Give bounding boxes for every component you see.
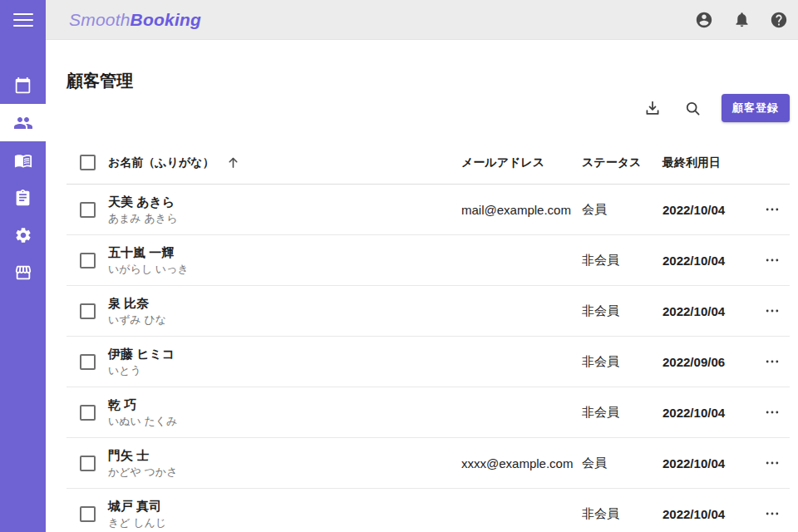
table-row: 伊藤 ヒミコ いとう 非会員 2022/09/06: [66, 337, 790, 387]
customer-last-used-date: 2022/10/04: [663, 203, 754, 217]
row-checkbox[interactable]: [80, 405, 96, 421]
customer-name: 門矢 士: [108, 447, 461, 464]
account-icon[interactable]: [692, 7, 717, 32]
customer-name: 天美 あきら: [108, 194, 461, 210]
customer-table: お名前（ふりがな） メールアドレス ステータス 最終利用日 天美 あきら あまみ…: [66, 141, 790, 532]
download-icon[interactable]: [638, 94, 667, 122]
page-title: 顧客管理: [66, 70, 133, 92]
search-icon[interactable]: [678, 94, 707, 122]
customer-last-used-date: 2022/10/04: [663, 406, 754, 420]
customer-furigana: いぬい たくみ: [108, 414, 461, 429]
select-all-checkbox[interactable]: [80, 155, 96, 170]
customer-status-badge: 非会員: [582, 303, 663, 319]
customer-status-badge: 非会員: [582, 253, 663, 268]
table-row: 泉 比奈 いずみ ひな 非会員 2022/10/04: [66, 286, 790, 337]
row-more-options-icon[interactable]: [760, 197, 785, 222]
customer-status-badge: 会員: [582, 456, 663, 471]
sort-ascending-icon[interactable]: [226, 155, 240, 170]
row-checkbox[interactable]: [80, 253, 96, 268]
customer-last-used-date: 2022/10/04: [663, 456, 754, 470]
toolbar: 顧客登録: [638, 93, 790, 123]
sidebar-item-customers[interactable]: [0, 104, 46, 141]
sidebar-item-calendar[interactable]: [0, 66, 46, 104]
row-more-options-icon[interactable]: [760, 501, 785, 526]
customer-email: mail@example.com: [461, 203, 582, 217]
column-header-status[interactable]: ステータス: [582, 155, 663, 170]
sidebar-item-tasks[interactable]: [0, 179, 46, 216]
customer-status-badge: 非会員: [582, 405, 663, 421]
menu-icon[interactable]: [0, 0, 46, 40]
app-window: SmoothBooking: [0, 0, 798, 532]
row-checkbox[interactable]: [80, 354, 96, 370]
row-checkbox[interactable]: [80, 506, 96, 522]
logo-text-bold: Booking: [131, 10, 201, 29]
table-header-row: お名前（ふりがな） メールアドレス ステータス 最終利用日: [66, 141, 790, 185]
register-customer-button[interactable]: 顧客登録: [722, 94, 790, 122]
customer-name: 泉 比奈: [108, 295, 461, 312]
customer-furigana: いずみ ひな: [108, 313, 461, 328]
sidebar-item-settings[interactable]: [0, 216, 46, 254]
row-more-options-icon[interactable]: [760, 298, 785, 323]
customer-furigana: いがらし いっき: [108, 262, 461, 277]
table-row: 五十嵐 一輝 いがらし いっき 非会員 2022/10/04: [66, 235, 790, 286]
table-row: 城戸 真司 きど しんじ 非会員 2022/10/04: [66, 489, 790, 532]
row-more-options-icon[interactable]: [760, 349, 785, 374]
calendar-icon: [14, 76, 32, 94]
row-checkbox[interactable]: [80, 202, 96, 218]
book-icon: [14, 151, 32, 170]
customer-furigana: いとう: [108, 363, 461, 378]
customer-status-badge: 非会員: [582, 354, 663, 370]
column-header-last-used[interactable]: 最終利用日: [663, 155, 754, 170]
customer-last-used-date: 2022/10/04: [663, 304, 754, 318]
row-more-options-icon[interactable]: [760, 451, 785, 475]
row-checkbox[interactable]: [80, 456, 96, 471]
table-row: 天美 あきら あまみ あきら mail@example.com 会員 2022/…: [66, 185, 790, 235]
sidebar-item-book[interactable]: [0, 141, 46, 179]
topbar-icon-group: [692, 7, 791, 32]
customer-name: 伊藤 ヒミコ: [108, 346, 461, 362]
table-body: 天美 あきら あまみ あきら mail@example.com 会員 2022/…: [66, 185, 790, 532]
table-row: 門矢 士 かどや つかさ xxxx@example.com 会員 2022/10…: [66, 438, 790, 489]
row-more-options-icon[interactable]: [760, 400, 785, 425]
customer-name: 城戸 真司: [108, 498, 461, 515]
customer-name: 五十嵐 一輝: [108, 244, 461, 261]
customer-furigana: あまみ あきら: [108, 211, 461, 226]
customer-status-badge: 会員: [582, 202, 663, 218]
notifications-icon[interactable]: [729, 7, 754, 32]
customer-last-used-date: 2022/09/06: [663, 355, 754, 369]
storefront-icon: [14, 264, 32, 282]
clipboard-icon: [14, 189, 32, 206]
sidebar-nav: [0, 66, 46, 291]
help-icon[interactable]: [766, 7, 791, 32]
logo-text-light: Smooth: [69, 10, 131, 29]
sidebar-item-store[interactable]: [0, 254, 46, 291]
app-logo: SmoothBooking: [69, 10, 201, 30]
row-checkbox[interactable]: [80, 303, 96, 319]
people-icon: [13, 113, 33, 133]
gear-icon: [14, 226, 32, 244]
customer-last-used-date: 2022/10/04: [663, 507, 754, 521]
column-header-name[interactable]: お名前（ふりがな）: [108, 155, 214, 170]
table-row: 乾 巧 いぬい たくみ 非会員 2022/10/04: [66, 387, 790, 438]
customer-name: 乾 巧: [108, 397, 461, 413]
customer-furigana: きど しんじ: [108, 515, 461, 530]
customer-furigana: かどや つかさ: [108, 465, 461, 480]
column-header-email[interactable]: メールアドレス: [461, 155, 582, 170]
customer-email: xxxx@example.com: [461, 456, 582, 470]
customer-last-used-date: 2022/10/04: [663, 254, 754, 268]
customer-status-badge: 非会員: [582, 506, 663, 522]
row-more-options-icon[interactable]: [760, 248, 785, 273]
sidebar: [0, 0, 46, 532]
top-bar: SmoothBooking: [46, 0, 798, 40]
